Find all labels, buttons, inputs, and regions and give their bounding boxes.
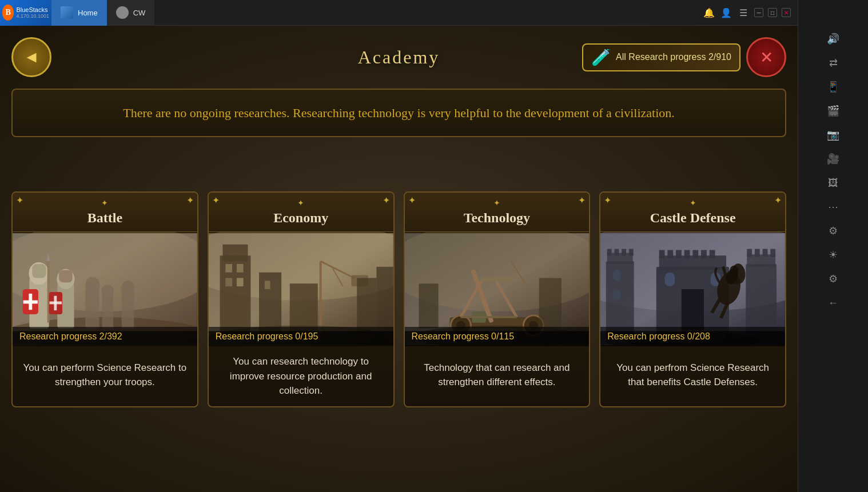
flask-icon: 🧪: [591, 48, 611, 67]
bs-name: BlueStacks: [16, 6, 49, 13]
economy-description: You can research technology to improve r…: [209, 346, 393, 406]
svg-rect-79: [659, 250, 665, 259]
more-icon[interactable]: ⋯: [823, 197, 843, 217]
eco-ornament-tl: ✦: [212, 195, 220, 206]
camera-icon[interactable]: 📷: [823, 125, 843, 145]
economy-title: Economy: [214, 210, 388, 226]
battle-progress: Research progress 2/392: [13, 327, 197, 346]
topbar-right: 🔔 👤 ☰ ─ □ ✕: [703, 6, 798, 19]
tech-ornament-tl: ✦: [408, 195, 416, 206]
academy-title-area: Academy: [358, 47, 440, 68]
academy-header: ◄ Academy 🧪 All Research progress 2/910 …: [0, 26, 798, 89]
back-nav-icon[interactable]: ←: [823, 293, 843, 313]
technology-title: Technology: [411, 210, 584, 226]
video-icon[interactable]: 🎬: [823, 101, 843, 121]
svg-rect-82: [684, 250, 690, 259]
game-area: ◄ Academy 🧪 All Research progress 2/910 …: [0, 26, 798, 492]
technology-description: Technology that can research and strengt…: [405, 346, 590, 403]
battle-title: Battle: [18, 210, 192, 226]
technology-progress-text: Research progress 0/115: [412, 331, 515, 341]
back-button[interactable]: ◄: [11, 37, 51, 77]
rotate-icon[interactable]: ⇄: [823, 53, 843, 73]
cw-avatar: [116, 6, 129, 19]
technology-image: Research progress 0/115: [405, 232, 590, 346]
volume-icon[interactable]: 🔊: [823, 29, 843, 49]
ornament-tl: ✦: [16, 195, 23, 206]
ornament-tr: ✦: [186, 195, 194, 206]
economy-image: Research progress 0/195: [209, 232, 393, 346]
maximize-button[interactable]: □: [768, 8, 777, 17]
svg-rect-71: [607, 249, 612, 256]
economy-card[interactable]: ✦ ✦ ✦ Economy: [208, 191, 395, 407]
info-panel: There are no ongoing researches. Researc…: [11, 89, 786, 137]
castle-defense-card[interactable]: ✦ ✦ ✦ Castle Defense: [599, 191, 786, 407]
menu-icon[interactable]: ☰: [737, 6, 750, 19]
home-icon: [61, 6, 73, 19]
castle-defense-card-header: ✦ ✦ ✦ Castle Defense: [600, 193, 785, 232]
svg-rect-74: [629, 249, 634, 256]
svg-rect-83: [693, 250, 699, 259]
tab-cw[interactable]: CW: [107, 0, 155, 26]
technology-progress: Research progress 0/115: [405, 327, 590, 346]
economy-ornament: ✦: [214, 198, 388, 208]
gallery-icon[interactable]: 🖼: [823, 173, 843, 193]
technology-card[interactable]: ✦ ✦ ✦ Technology: [404, 191, 591, 407]
battle-card[interactable]: ✦ ✦ ✦ Battle: [11, 191, 198, 407]
svg-rect-92: [755, 249, 760, 257]
svg-rect-63: [419, 283, 438, 328]
castle-ornament-tl: ✦: [604, 195, 611, 206]
svg-rect-81: [676, 250, 682, 259]
brightness-icon[interactable]: ☀: [823, 245, 843, 265]
castle-defense-progress: Research progress 0/208: [600, 327, 785, 346]
battle-progress-text: Research progress 2/392: [19, 331, 122, 341]
research-progress-badge: 🧪 All Research progress 2/910: [582, 43, 740, 71]
svg-rect-91: [747, 249, 752, 257]
svg-rect-84: [701, 250, 707, 259]
info-text: There are no ongoing researches. Researc…: [26, 103, 771, 122]
record-icon[interactable]: 🎥: [823, 149, 843, 169]
svg-rect-85: [710, 250, 715, 259]
battle-description: You can perform Science Research to stre…: [13, 346, 197, 403]
economy-progress: Research progress 0/195: [209, 327, 393, 346]
svg-rect-76: [613, 289, 621, 301]
progress-label: All Research progress 2/910: [616, 52, 731, 62]
bluestacks-logo: B BlueStacks 4.170.10.1001: [0, 0, 51, 26]
user-icon[interactable]: 👤: [720, 6, 732, 19]
bell-icon[interactable]: 🔔: [703, 6, 715, 19]
right-sidebar: 🔊 ⇄ 📱 🎬 📷 🎥 🖼 ⋯ ⚙ ☀ ⚙ ←: [798, 0, 868, 492]
castle-defense-desc-text: You can perfrom Science Research that be…: [608, 361, 777, 390]
close-icon: ✕: [760, 48, 773, 67]
technology-desc-text: Technology that can research and strengt…: [413, 361, 582, 390]
minimize-button[interactable]: ─: [754, 8, 763, 17]
back-arrow-icon: ◄: [23, 48, 39, 66]
technology-ornament: ✦: [411, 198, 584, 208]
svg-rect-72: [615, 249, 619, 256]
svg-rect-94: [771, 249, 776, 257]
battle-ornament: ✦: [18, 198, 192, 208]
eco-ornament-tr: ✦: [383, 195, 390, 206]
technology-card-header: ✦ ✦ ✦ Technology: [405, 193, 590, 232]
bs-icon: B: [2, 5, 14, 21]
battle-desc-text: You can perform Science Research to stre…: [21, 361, 189, 390]
battle-card-header: ✦ ✦ ✦ Battle: [13, 193, 197, 232]
settings-icon[interactable]: ⚙: [823, 221, 843, 241]
svg-rect-87: [665, 273, 675, 286]
castle-ornament-tr: ✦: [774, 195, 782, 206]
svg-rect-93: [763, 249, 768, 257]
config-icon[interactable]: ⚙: [823, 269, 843, 289]
page-title: Academy: [358, 47, 440, 68]
castle-defense-progress-text: Research progress 0/208: [607, 331, 710, 341]
close-button[interactable]: ✕: [746, 37, 786, 77]
svg-rect-73: [622, 249, 626, 256]
economy-progress-text: Research progress 0/195: [216, 331, 318, 341]
tab-home[interactable]: Home: [51, 0, 107, 26]
svg-rect-60: [480, 277, 514, 281]
close-window-button[interactable]: ✕: [782, 8, 791, 17]
phone-icon[interactable]: 📱: [823, 77, 843, 97]
castle-defense-title: Castle Defense: [606, 210, 779, 226]
svg-rect-62: [539, 278, 561, 328]
tab-home-label: Home: [78, 9, 98, 17]
economy-card-header: ✦ ✦ ✦ Economy: [209, 193, 393, 232]
tab-cw-label: CW: [133, 9, 146, 17]
svg-rect-75: [613, 270, 621, 281]
